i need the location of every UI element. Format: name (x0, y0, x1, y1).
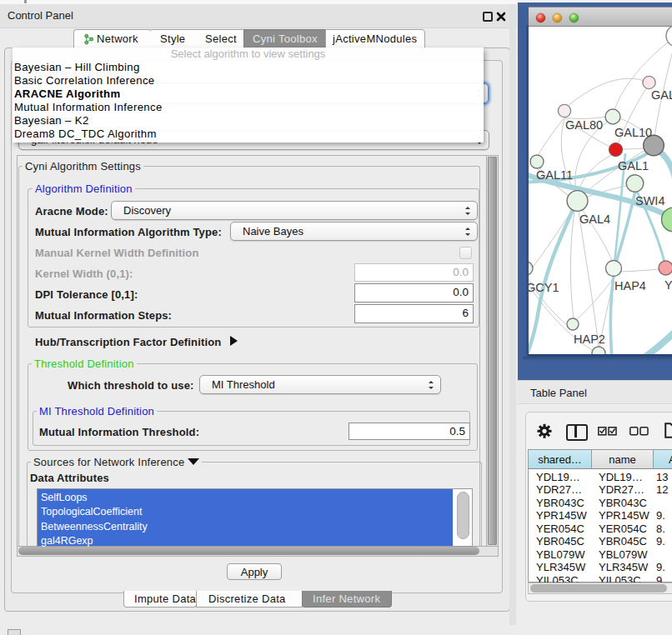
svg-text:GAL1: GAL1 (618, 159, 649, 172)
svg-text:Y: Y (664, 278, 672, 292)
svg-text:GAL7: GAL7 (651, 88, 672, 102)
svg-text:GAL4: GAL4 (579, 212, 610, 226)
svg-text:HAP4: HAP4 (614, 279, 646, 292)
svg-text:GAL10: GAL10 (614, 126, 652, 139)
svg-text:HAP2: HAP2 (574, 332, 605, 346)
svg-text:GCY1: GCY1 (529, 281, 559, 294)
svg-text:SWI4: SWI4 (635, 194, 664, 208)
svg-text:GAL80: GAL80 (565, 118, 603, 132)
svg-text:GAL11: GAL11 (536, 168, 573, 182)
